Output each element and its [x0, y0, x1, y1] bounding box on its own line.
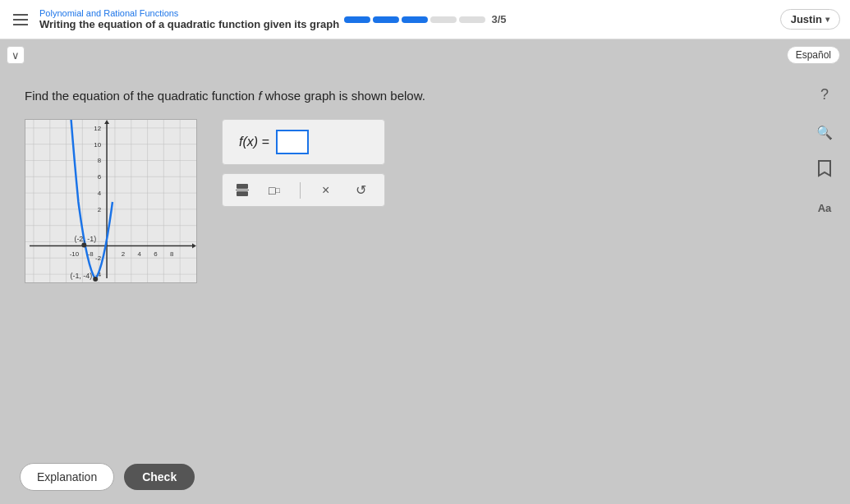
svg-text:-10: -10: [70, 250, 80, 258]
math-toolbar: □□ × ↺: [222, 173, 385, 207]
graph-svg: -10 -8 2 4 6 8 12 10 8 6 4 2 -2 -4: [25, 120, 196, 282]
svg-point-42: [93, 277, 98, 282]
fraction-button[interactable]: [236, 184, 249, 196]
progress-segment-2: [372, 16, 398, 23]
fx-input-row: f(x) =: [222, 119, 385, 165]
fx-input-box[interactable]: [276, 130, 309, 154]
progress-count: 3/5: [491, 13, 506, 25]
fraction-line: [236, 190, 249, 190]
progress-segment-5: [458, 16, 485, 23]
user-button[interactable]: Justin ▾: [780, 9, 840, 30]
svg-text:2: 2: [122, 250, 125, 258]
svg-text:8: 8: [98, 157, 102, 164]
question-suffix: whose graph is shown below.: [262, 89, 425, 103]
right-sidebar: ? 🔍 Aa: [812, 82, 837, 220]
text-size-button[interactable]: Aa: [812, 195, 837, 220]
header: Polynomial and Rational Functions Writin…: [0, 0, 850, 39]
graph-container: -10 -8 2 4 6 8 12 10 8 6 4 2 -2 -4: [25, 119, 197, 283]
search-icon: 🔍: [816, 125, 833, 140]
progress-bar: [343, 16, 485, 23]
svg-text:2: 2: [98, 206, 101, 213]
progress-bar-container: 3/5: [343, 13, 506, 25]
svg-text:4: 4: [137, 250, 141, 258]
explanation-button[interactable]: Explanation: [20, 463, 114, 491]
svg-text:-2: -2: [95, 254, 101, 262]
fraction-bottom: [237, 191, 248, 196]
bookmark-icon: [817, 159, 832, 181]
progress-segment-4: [430, 16, 456, 23]
page-title: Writing the equation of a quadratic func…: [39, 18, 339, 30]
input-area: f(x) = □□ × ↺: [222, 119, 385, 207]
collapse-icon: ∨: [11, 49, 20, 62]
question-prefix: Find the equation of the quadratic funct…: [25, 89, 258, 103]
question-text: Find the equation of the quadratic funct…: [25, 89, 825, 103]
fraction-top: [237, 184, 248, 189]
hamburger-icon[interactable]: [10, 11, 31, 29]
header-titles: Polynomial and Rational Functions Writin…: [39, 8, 339, 30]
graph-area: -10 -8 2 4 6 8 12 10 8 6 4 2 -2 -4: [25, 119, 825, 283]
svg-text:12: 12: [94, 125, 101, 132]
help-icon: ?: [820, 86, 829, 103]
text-size-icon: Aa: [818, 202, 832, 214]
progress-segment-1: [343, 16, 370, 23]
svg-marker-23: [104, 120, 109, 124]
espanol-button[interactable]: Español: [787, 46, 840, 64]
bottom-bar: Explanation Check: [20, 463, 195, 491]
svg-point-41: [81, 242, 86, 247]
superscript-button[interactable]: □□: [265, 182, 283, 199]
progress-segment-3: [401, 16, 427, 23]
svg-marker-22: [192, 243, 196, 248]
search-button[interactable]: 🔍: [812, 120, 837, 144]
math-separator: [300, 182, 301, 199]
svg-text:6: 6: [98, 173, 102, 181]
svg-text:8: 8: [170, 250, 174, 258]
user-name: Justin: [791, 13, 822, 25]
collapse-button[interactable]: ∨: [7, 46, 25, 64]
fx-label: f(x) =: [239, 135, 269, 149]
svg-text:6: 6: [154, 250, 158, 258]
clear-button[interactable]: ×: [317, 181, 334, 199]
breadcrumb: Polynomial and Rational Functions: [39, 8, 339, 18]
svg-text:(-2, -1): (-2, -1): [74, 236, 96, 244]
svg-text:4: 4: [98, 190, 102, 197]
bookmark-button[interactable]: [812, 158, 837, 182]
svg-text:(-1, -4): (-1, -4): [71, 272, 93, 280]
main-content: Find the equation of the quadratic funct…: [0, 39, 850, 300]
help-button[interactable]: ?: [812, 82, 837, 107]
svg-text:10: 10: [94, 141, 101, 149]
undo-button[interactable]: ↺: [351, 181, 371, 199]
check-button[interactable]: Check: [124, 464, 195, 490]
chevron-down-icon: ▾: [825, 15, 829, 24]
